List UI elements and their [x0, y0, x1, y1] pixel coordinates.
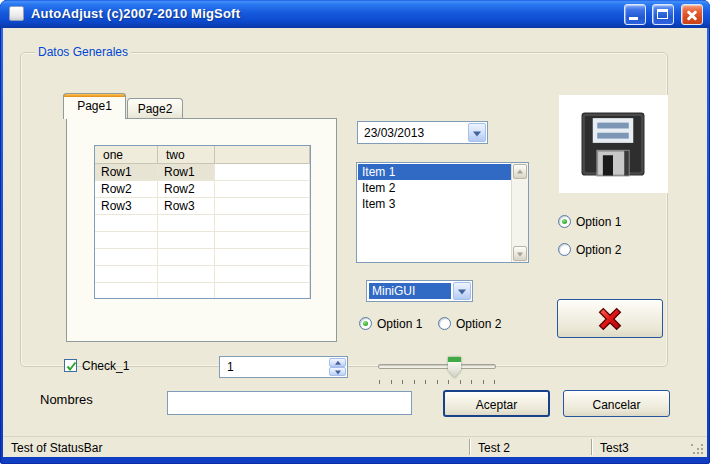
- grid-cell[interactable]: [215, 249, 310, 266]
- data-grid[interactable]: one two Row1 Row1 Row2 Row2: [94, 145, 311, 299]
- radio-option-1-right[interactable]: Option 1: [558, 215, 621, 231]
- list-item[interactable]: Item 3: [358, 196, 511, 212]
- grid-cell[interactable]: [158, 232, 215, 249]
- accept-button[interactable]: Aceptar: [443, 390, 550, 417]
- groupbox-datos-generales: Datos Generales Page1 Page2 one two Row1: [20, 52, 668, 367]
- grid-cell[interactable]: [215, 164, 310, 181]
- scroll-down-button[interactable]: [513, 246, 527, 261]
- radio-selected-icon[interactable]: [359, 317, 372, 330]
- radio-option-2-right[interactable]: Option 2: [558, 243, 621, 259]
- grid-cell[interactable]: [215, 266, 310, 283]
- tab-page1[interactable]: Page1: [63, 93, 126, 119]
- radio-label: Option 1: [377, 317, 422, 331]
- table-row[interactable]: Row2 Row2: [95, 181, 310, 198]
- grid-cell[interactable]: Row2: [95, 181, 158, 198]
- listbox-items: Item 1 Item 2 Item 3: [358, 164, 511, 212]
- checkmark-icon: [65, 360, 78, 373]
- grid-cell[interactable]: [215, 283, 310, 299]
- date-picker-value: 23/03/2013: [364, 126, 424, 140]
- grid-cell[interactable]: Row1: [158, 164, 215, 181]
- close-button[interactable]: [681, 4, 703, 25]
- grid-cell[interactable]: [95, 266, 158, 283]
- radio-option-2-middle[interactable]: Option 2: [438, 317, 501, 333]
- slider-thumb[interactable]: [448, 357, 461, 378]
- grid-cell[interactable]: Row2: [158, 181, 215, 198]
- spinner-down-button[interactable]: [329, 367, 346, 376]
- grid-column-header[interactable]: one: [95, 146, 158, 163]
- grid-cell[interactable]: [215, 232, 310, 249]
- image-box: [559, 95, 668, 193]
- grid-header-row: one two: [95, 146, 310, 164]
- grid-column-header[interactable]: two: [158, 146, 215, 163]
- table-row-empty[interactable]: [95, 215, 310, 232]
- spinner-buttons: [329, 358, 346, 376]
- grid-cell[interactable]: Row1: [95, 164, 158, 181]
- table-row-empty[interactable]: [95, 249, 310, 266]
- grid-cell[interactable]: Row3: [95, 198, 158, 215]
- date-picker-dropdown-button[interactable]: [468, 123, 486, 142]
- slider-ticks: [379, 380, 495, 384]
- radio-selected-icon[interactable]: [558, 215, 571, 228]
- accept-button-label: Aceptar: [476, 398, 517, 412]
- grid-column-header[interactable]: [215, 146, 310, 163]
- grid-cell[interactable]: [158, 266, 215, 283]
- table-row-empty[interactable]: [95, 266, 310, 283]
- tab-page2[interactable]: Page2: [127, 98, 183, 119]
- radio-unselected-icon[interactable]: [558, 243, 571, 256]
- list-item[interactable]: Item 1: [358, 164, 511, 180]
- table-row[interactable]: Row1 Row1: [95, 164, 310, 181]
- client-area: Datos Generales Page1 Page2 one two Row1: [3, 28, 707, 436]
- titlebar[interactable]: AutoAdjust (c)2007-2010 MigSoft: [0, 0, 710, 28]
- app-window: AutoAdjust (c)2007-2010 MigSoft Datos Ge…: [0, 0, 710, 464]
- chevron-down-icon: [473, 131, 481, 136]
- tab-page1-label: Page1: [77, 99, 112, 113]
- delete-button[interactable]: [557, 299, 663, 338]
- radio-label: Option 1: [576, 215, 621, 229]
- grid-cell[interactable]: [95, 232, 158, 249]
- chevron-up-icon: [335, 360, 341, 364]
- grid-cell[interactable]: [215, 181, 310, 198]
- combobox[interactable]: MiniGUI: [366, 280, 473, 302]
- groupbox-label: Datos Generales: [35, 45, 131, 59]
- table-row-empty[interactable]: [95, 232, 310, 249]
- window-title: AutoAdjust (c)2007-2010 MigSoft: [31, 6, 240, 21]
- chevron-down-icon: [458, 290, 466, 295]
- maximize-button[interactable]: [652, 4, 674, 25]
- statusbar-panel-3: Test3: [600, 441, 629, 455]
- grid-cell[interactable]: [158, 283, 215, 299]
- combobox-value: MiniGUI: [369, 283, 451, 299]
- checkbox-check1[interactable]: [64, 359, 77, 372]
- cancel-button-label: Cancelar: [592, 398, 640, 412]
- list-item[interactable]: Item 2: [358, 180, 511, 196]
- minimize-icon: [629, 17, 638, 20]
- grid-cell[interactable]: [95, 283, 158, 299]
- radio-label: Option 2: [456, 317, 501, 331]
- red-x-icon: [594, 303, 626, 335]
- combobox-dropdown-button[interactable]: [453, 282, 471, 300]
- grid-cell[interactable]: Row3: [158, 198, 215, 215]
- checkbox-label: Check_1: [82, 359, 129, 373]
- spinner-up-button[interactable]: [329, 358, 346, 367]
- grid-cell[interactable]: [95, 215, 158, 232]
- cancel-button[interactable]: Cancelar: [563, 390, 670, 417]
- listbox[interactable]: Item 1 Item 2 Item 3: [356, 162, 529, 263]
- nombres-input[interactable]: [167, 391, 412, 415]
- spinner[interactable]: 1: [219, 356, 348, 378]
- grid-cell[interactable]: [95, 249, 158, 266]
- grid-cell[interactable]: [215, 215, 310, 232]
- grid-cell[interactable]: [158, 249, 215, 266]
- floppy-disk-icon: [577, 108, 649, 180]
- scroll-up-button[interactable]: [513, 164, 527, 179]
- radio-option-1-middle[interactable]: Option 1: [359, 317, 422, 333]
- listbox-scrollbar[interactable]: [511, 163, 528, 262]
- grid-cell[interactable]: [215, 198, 310, 215]
- table-row[interactable]: Row3 Row3: [95, 198, 310, 215]
- grid-cell[interactable]: [158, 215, 215, 232]
- date-picker[interactable]: 23/03/2013: [357, 121, 488, 144]
- resize-grip-icon[interactable]: [691, 442, 704, 455]
- slider-track[interactable]: [378, 364, 496, 369]
- minimize-button[interactable]: [624, 4, 646, 25]
- radio-unselected-icon[interactable]: [438, 317, 451, 330]
- table-row-empty[interactable]: [95, 283, 310, 299]
- tab-panel-page1: one two Row1 Row1 Row2 Row2: [66, 118, 337, 342]
